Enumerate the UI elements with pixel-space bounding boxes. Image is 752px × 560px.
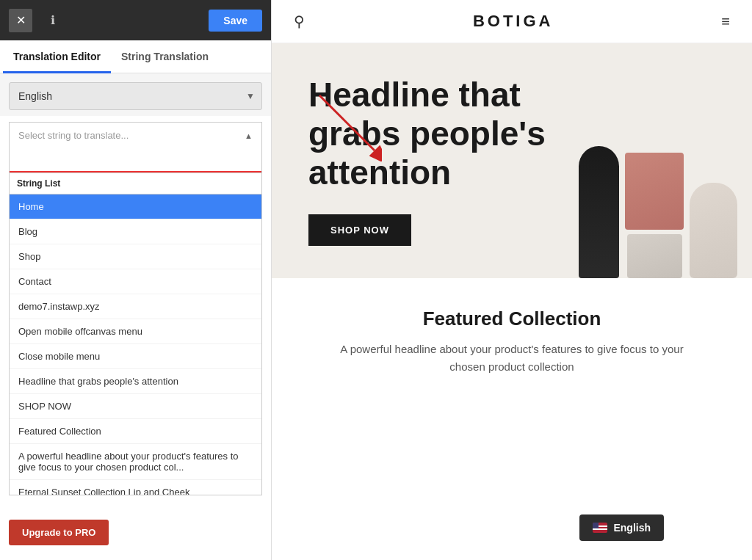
hero-headline: Headline that grabs people's attention bbox=[308, 76, 588, 192]
language-select[interactable]: English French German Spanish bbox=[9, 82, 262, 110]
list-item[interactable]: SHOP NOW bbox=[10, 394, 261, 419]
tab-translation-editor[interactable]: Translation Editor bbox=[3, 40, 111, 73]
list-item[interactable]: Headline that grabs people's attention bbox=[10, 369, 261, 394]
list-item[interactable]: Open mobile offcanvas menu bbox=[10, 319, 261, 344]
site-logo: BOTIGA bbox=[473, 12, 554, 31]
hero-section: Headline that grabs people's attention S… bbox=[272, 43, 752, 278]
close-button[interactable]: ✕ bbox=[9, 9, 32, 32]
list-item[interactable]: A powerful headline about your product's… bbox=[10, 444, 261, 480]
upgrade-button[interactable]: Upgrade to PRO bbox=[9, 520, 109, 545]
search-box-wrapper bbox=[9, 148, 262, 173]
shop-now-button[interactable]: SHOP NOW bbox=[308, 214, 411, 246]
hero-text: Headline that grabs people's attention S… bbox=[308, 76, 715, 246]
language-badge-label: English bbox=[613, 522, 651, 534]
language-badge[interactable]: English bbox=[579, 514, 664, 541]
top-bar: ✕ ℹ Save bbox=[0, 0, 271, 40]
us-flag-icon bbox=[593, 523, 607, 533]
string-list-container: Home Blog Shop Contact demo7.instawp.xyz… bbox=[9, 194, 262, 495]
info-button[interactable]: ℹ bbox=[41, 9, 65, 32]
save-button[interactable]: Save bbox=[209, 10, 262, 32]
tab-string-translation[interactable]: String Translation bbox=[111, 40, 219, 73]
featured-section: Featured Collection A powerful headline … bbox=[272, 278, 752, 390]
language-select-wrapper: English French German Spanish ▼ bbox=[0, 73, 271, 116]
list-item[interactable]: demo7.instawp.xyz bbox=[10, 294, 261, 319]
string-select-trigger[interactable]: Select string to translate... ▲ bbox=[9, 122, 262, 148]
right-panel: ⚲ BOTIGA ≡ Headline that grabs people's … bbox=[272, 0, 752, 560]
string-select-area: Select string to translate... ▲ bbox=[0, 116, 271, 148]
site-menu-icon[interactable]: ≡ bbox=[721, 13, 730, 30]
left-panel: ✕ ℹ Save Translation Editor String Trans… bbox=[0, 0, 272, 560]
string-search-input[interactable] bbox=[10, 148, 261, 172]
site-search-icon[interactable]: ⚲ bbox=[294, 12, 305, 30]
list-item[interactable]: Featured Collection bbox=[10, 419, 261, 444]
tabs-bar: Translation Editor String Translation bbox=[0, 40, 271, 73]
list-item[interactable]: Blog bbox=[10, 219, 261, 244]
list-item[interactable]: Contact bbox=[10, 269, 261, 294]
string-select-arrow: ▲ bbox=[245, 131, 253, 140]
list-item[interactable]: Close mobile menu bbox=[10, 344, 261, 369]
language-select-container: English French German Spanish ▼ bbox=[9, 82, 262, 110]
list-item[interactable]: Home bbox=[10, 194, 261, 219]
string-list-header: String List bbox=[9, 173, 262, 194]
featured-desc: A powerful headline about your product's… bbox=[328, 341, 695, 376]
string-select-placeholder: Select string to translate... bbox=[18, 130, 129, 141]
list-item[interactable]: Shop bbox=[10, 244, 261, 269]
featured-title: Featured Collection bbox=[294, 308, 730, 330]
list-item[interactable]: Eternal Sunset Collection Lip and Cheek bbox=[10, 480, 261, 495]
site-header: ⚲ BOTIGA ≡ bbox=[272, 0, 752, 43]
